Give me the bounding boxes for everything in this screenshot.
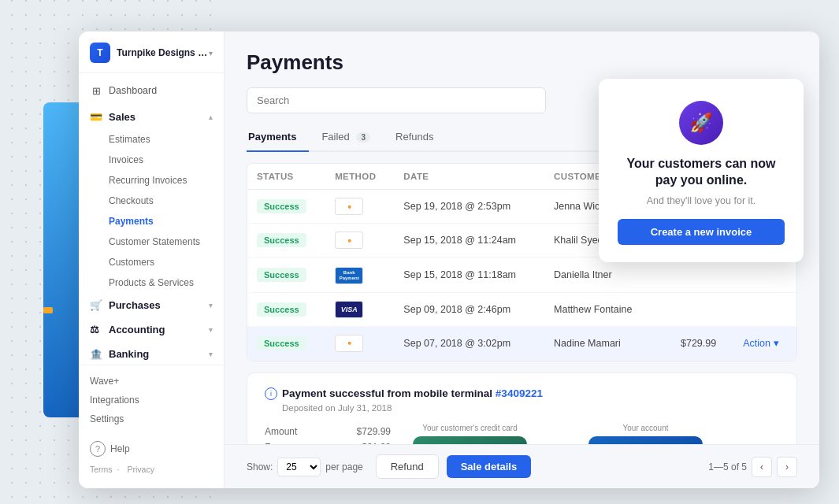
row-date: Sep 19, 2018 @ 2:53pm [394, 190, 544, 224]
sidebar-section-sales[interactable]: 💳 Sales ▴ [79, 105, 224, 129]
sidebar: T Turnpike Designs Co. ▾ ⊞ Dashboard 💳 S… [79, 32, 225, 488]
sidebar-item-banking[interactable]: 🏦 Banking ▾ [79, 342, 224, 361]
banking-label: Banking [109, 348, 149, 360]
terms-link[interactable]: Terms [90, 465, 113, 474]
payment-detail-header: i Payment successful from mobile termina… [265, 387, 779, 400]
action-chevron-icon: ▾ [774, 337, 779, 349]
sidebar-bottom-links: Wave+ Integrations Settings [79, 365, 224, 432]
amount-row: Amount $729.99 [265, 424, 391, 439]
company-chevron-icon: ▾ [209, 49, 213, 57]
terms-privacy-row: Terms · Privacy [79, 463, 224, 479]
col-method: Method [325, 164, 394, 190]
sidebar-item-dashboard[interactable]: ⊞ Dashboard [79, 78, 224, 103]
table-row-selected[interactable]: Success ●● Sep 07, 2018 @ 3:02pm Nadine … [247, 326, 796, 360]
info-icon: i [265, 387, 277, 400]
privacy-link[interactable]: Privacy [128, 465, 154, 474]
row-method: VISA [325, 292, 394, 326]
sales-icon: 💳 [90, 111, 102, 123]
row-method: ●● [325, 326, 394, 360]
row-date: Sep 15, 2018 @ 11:18am [394, 258, 544, 293]
row-action [733, 292, 796, 326]
sidebar-item-settings[interactable]: Settings [90, 410, 213, 428]
mastercard-icon: ●● [335, 335, 363, 352]
dest-credit-card: **** **** **** 4242 ABC Company 10/21 [588, 436, 703, 444]
row-status: Success [247, 258, 325, 293]
prev-page-button[interactable]: ‹ [752, 457, 772, 477]
dest-card-label: Your account [588, 424, 703, 432]
per-page-label: per page [325, 461, 362, 472]
failed-badge: 3 [356, 132, 370, 143]
sales-label: Sales [109, 111, 136, 123]
payment-detail-date: Deposited on July 31, 2018 [282, 403, 779, 413]
col-status: Status [247, 164, 325, 190]
row-status: Success [247, 292, 325, 326]
sidebar-item-recurring-invoices[interactable]: Recurring Invoices [79, 170, 224, 191]
tab-failed[interactable]: Failed 3 [320, 124, 383, 152]
popup-title: Your customers can now pay you online. [618, 156, 785, 189]
mastercard-icon: ●● [335, 198, 363, 215]
payment-detail-body: Amount $729.99 Fee $21.22 You get $708.7… [265, 424, 779, 444]
sale-details-button[interactable]: Sale details [447, 455, 532, 478]
sidebar-item-customer-statements[interactable]: Customer Statements [79, 232, 224, 252]
per-page-select[interactable]: 25 50 100 [277, 458, 321, 476]
accounting-label: Accounting [109, 324, 165, 335]
sidebar-item-invoices[interactable]: Invoices [79, 150, 224, 170]
mastercard-icon: ●● [335, 232, 363, 249]
row-status: Success [247, 224, 325, 258]
sidebar-item-label: Dashboard [109, 85, 157, 96]
content-footer: Show: 25 50 100 per page Refund Sale det… [225, 444, 819, 488]
next-page-button[interactable]: › [777, 457, 797, 477]
separator: · [117, 465, 120, 474]
row-amount [671, 292, 733, 326]
banking-chevron-icon: ▾ [209, 350, 213, 358]
company-logo[interactable]: T Turnpike Designs Co. ▾ [79, 32, 224, 73]
dashboard-icon: ⊞ [90, 84, 102, 97]
create-invoice-button[interactable]: Create a new invoice [618, 219, 785, 245]
row-customer: Daniella Itner [544, 258, 671, 293]
purchases-label: Purchases [109, 299, 161, 311]
main-content: 🚀 Your customers can now pay you online.… [225, 32, 819, 488]
online-payment-popup: 🚀 Your customers can now pay you online.… [599, 79, 804, 262]
sidebar-item-payments[interactable]: Payments [79, 211, 224, 232]
source-credit-card: **** **** **** 4242 ABC Company 10/21 VI… [413, 436, 527, 444]
action-button[interactable]: Action ▾ [743, 337, 779, 349]
popup-subtitle: And they'll love you for it. [618, 195, 785, 206]
purchases-icon: 🛒 [90, 299, 102, 311]
row-amount [671, 258, 733, 293]
search-input[interactable] [247, 87, 546, 113]
sidebar-nav: ⊞ Dashboard 💳 Sales ▴ Estimates Invoices… [79, 73, 224, 361]
row-method: ●● [325, 224, 394, 258]
sidebar-item-purchases[interactable]: 🛒 Purchases ▾ [79, 293, 224, 317]
row-date: Sep 15, 2018 @ 11:24am [394, 224, 544, 258]
sidebar-item-estimates[interactable]: Estimates [79, 129, 224, 150]
refund-button[interactable]: Refund [376, 454, 439, 479]
row-method: ●● [325, 190, 394, 224]
accounting-icon: ⚖ [90, 324, 102, 335]
page-title: Payments [247, 50, 797, 75]
help-circle-icon: ? [90, 441, 106, 457]
sidebar-item-wave-plus[interactable]: Wave+ [90, 372, 213, 391]
visa-icon: VISA [335, 301, 363, 318]
col-date: Date [394, 164, 544, 190]
orange-accent-bar [43, 307, 53, 313]
row-date: Sep 07, 2018 @ 3:02pm [394, 326, 544, 360]
row-customer: Nadine Mamari [544, 326, 671, 360]
row-status: Success [247, 190, 325, 224]
sidebar-item-accounting[interactable]: ⚖ Accounting ▾ [79, 317, 224, 342]
popup-icon-wrap: 🚀 [618, 101, 785, 145]
sidebar-item-checkouts[interactable]: Checkouts [79, 191, 224, 211]
help-button[interactable]: ? Help [79, 435, 224, 463]
tab-refunds[interactable]: Refunds [394, 124, 446, 152]
pagination: 1—5 of 5 ‹ › [708, 457, 797, 477]
cards-flow: Your customer's credit card **** **** **… [413, 424, 703, 444]
pagination-info: 1—5 of 5 [708, 461, 747, 472]
table-row[interactable]: Success VISA Sep 09, 2018 @ 2:46pm Matth… [247, 292, 796, 326]
sidebar-item-customers[interactable]: Customers [79, 252, 224, 272]
table-row[interactable]: Success BankPayment Sep 15, 2018 @ 11:18… [247, 258, 796, 293]
tab-payments[interactable]: Payments [247, 124, 309, 152]
transaction-id-link[interactable]: #3409221 [496, 387, 543, 399]
sidebar-item-integrations[interactable]: Integrations [90, 391, 213, 410]
footer-left: Show: 25 50 100 per page Refund Sale det… [247, 454, 531, 479]
row-method: BankPayment [325, 258, 394, 293]
sidebar-item-products-services[interactable]: Products & Services [79, 272, 224, 293]
